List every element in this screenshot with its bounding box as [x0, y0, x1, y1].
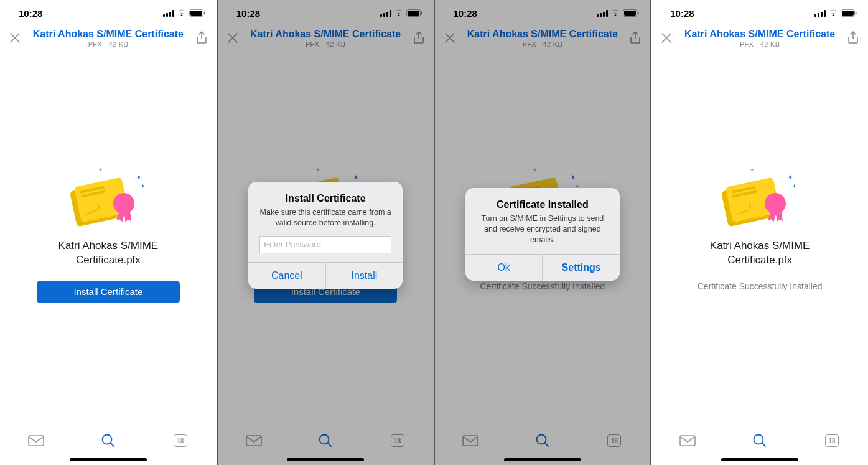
svg-rect-0	[163, 14, 165, 17]
svg-rect-32	[842, 11, 854, 16]
screen-4-success: 10:28 Katri Ahokas S/MIME Certificate PF…	[651, 0, 868, 465]
tab-mail[interactable]	[246, 434, 262, 448]
tab-calendar[interactable]: 18	[172, 434, 189, 448]
alert-settings-button[interactable]: Settings	[542, 255, 620, 281]
nav-header: Katri Ahokas S/MIME Certificate PFX - 42…	[0, 22, 217, 54]
svg-point-26	[536, 435, 546, 444]
svg-rect-6	[203, 12, 205, 15]
home-indicator[interactable]	[721, 458, 798, 461]
status-icons	[597, 9, 639, 17]
tab-search[interactable]	[534, 434, 551, 448]
cellular-icon	[163, 10, 174, 17]
wifi-icon	[610, 9, 620, 17]
tab-calendar[interactable]: 18	[824, 434, 840, 448]
svg-rect-23	[624, 11, 636, 16]
svg-rect-28	[818, 13, 819, 17]
header-subtitle: PFX - 42 KB	[740, 40, 780, 48]
svg-rect-24	[638, 12, 639, 15]
close-button[interactable]	[660, 32, 673, 44]
password-input[interactable]	[259, 236, 391, 253]
svg-rect-12	[390, 10, 391, 17]
tab-mail[interactable]	[462, 434, 478, 448]
svg-rect-2	[169, 12, 171, 17]
svg-rect-33	[856, 12, 857, 15]
status-time: 10:28	[236, 8, 260, 19]
nav-header: Katri Ahokas S/MIME Certificate PFX - 42…	[218, 22, 434, 54]
status-time: 10:28	[19, 8, 42, 19]
tab-calendar[interactable]: 18	[606, 434, 622, 448]
content-area: ✦✦✦ Katri Ahokas S/MIMECertificate.pfx I…	[0, 54, 217, 428]
svg-rect-27	[814, 14, 816, 17]
home-indicator[interactable]	[504, 458, 581, 461]
installed-alert: Certificate Installed Turn on S/MIME in …	[465, 188, 620, 281]
success-status: Certificate Successfully Installed	[698, 281, 823, 291]
certificate-illustration: ✦✦✦	[71, 171, 146, 230]
svg-rect-14	[408, 11, 419, 16]
svg-rect-30	[824, 10, 826, 17]
svg-point-17	[320, 435, 329, 444]
svg-rect-9	[380, 14, 382, 17]
status-icons	[814, 9, 857, 17]
screen-2-password-prompt: 10:28 Katri Ahokas S/MIME Certificate PF…	[217, 0, 434, 465]
cellular-icon	[597, 10, 608, 17]
share-button[interactable]	[195, 31, 208, 45]
certificate-illustration: ✦✦✦	[722, 171, 797, 230]
tab-search[interactable]	[100, 434, 116, 448]
alert-ok-button[interactable]: Ok	[465, 255, 543, 281]
tab-calendar[interactable]: 18	[390, 434, 406, 448]
svg-point-8	[102, 435, 111, 444]
cellular-icon	[380, 10, 391, 17]
svg-rect-10	[383, 13, 385, 17]
certificate-filename: Katri Ahokas S/MIMECertificate.pfx	[27, 239, 189, 268]
svg-rect-29	[821, 12, 823, 17]
header-title: Katri Ahokas S/MIME Certificate	[33, 29, 184, 40]
svg-rect-7	[29, 436, 44, 446]
close-button[interactable]	[444, 32, 456, 44]
home-indicator[interactable]	[70, 458, 147, 461]
alert-cancel-button[interactable]: Cancel	[248, 263, 325, 289]
status-bar: 10:28	[435, 0, 651, 22]
share-button[interactable]	[413, 31, 425, 45]
header-title: Katri Ahokas S/MIME Certificate	[250, 29, 401, 40]
status-bar: 10:28	[651, 0, 868, 22]
status-bar: 10:28	[0, 0, 217, 22]
svg-rect-1	[166, 13, 168, 17]
tab-search[interactable]	[317, 434, 334, 448]
battery-icon	[189, 9, 205, 17]
share-button[interactable]	[629, 31, 642, 45]
nav-header: Katri Ahokas S/MIME Certificate PFX - 42…	[651, 22, 868, 54]
svg-rect-18	[597, 14, 599, 17]
status-bar: 10:28	[218, 0, 434, 22]
status-time: 10:28	[670, 8, 694, 19]
install-certificate-button[interactable]: Install Certificate	[37, 281, 180, 303]
svg-rect-16	[246, 436, 261, 446]
svg-rect-19	[600, 13, 602, 17]
share-button[interactable]	[847, 31, 859, 45]
wifi-icon	[394, 9, 404, 17]
screen-1-initial: 10:28 Katri Ahokas S/MIME Certificate PF…	[0, 0, 217, 465]
svg-rect-34	[680, 436, 695, 446]
close-button[interactable]	[226, 32, 239, 44]
home-indicator[interactable]	[287, 458, 364, 461]
svg-rect-11	[386, 12, 388, 17]
certificate-filename: Katri Ahokas S/MIMECertificate.pfx	[679, 239, 841, 268]
alert-message: Turn on S/MIME in Settings to send and r…	[474, 214, 611, 245]
svg-rect-3	[172, 10, 174, 17]
alert-title: Certificate Installed	[474, 199, 611, 210]
screen-3-installed-alert: 10:28 Katri Ahokas S/MIME Certificate PF…	[434, 0, 651, 465]
svg-rect-21	[606, 10, 608, 17]
svg-rect-5	[190, 11, 202, 16]
tab-mail[interactable]	[679, 434, 696, 448]
alert-message: Make sure this certificate came from a v…	[257, 207, 394, 228]
alert-install-button[interactable]: Install	[325, 263, 403, 289]
header-subtitle: PFX - 42 KB	[306, 40, 345, 48]
close-button[interactable]	[9, 32, 21, 44]
content-area: ✦✦✦ Katri Ahokas S/MIMECertificate.pfx C…	[651, 54, 868, 428]
tab-search[interactable]	[752, 434, 768, 448]
nav-header: Katri Ahokas S/MIME Certificate PFX - 42…	[435, 22, 651, 54]
alert-title: Install Certificate	[257, 193, 394, 204]
header-subtitle: PFX - 42 KB	[523, 40, 562, 48]
status-icons	[163, 9, 205, 17]
tab-mail[interactable]	[28, 434, 44, 448]
header-subtitle: PFX - 42 KB	[88, 40, 128, 48]
